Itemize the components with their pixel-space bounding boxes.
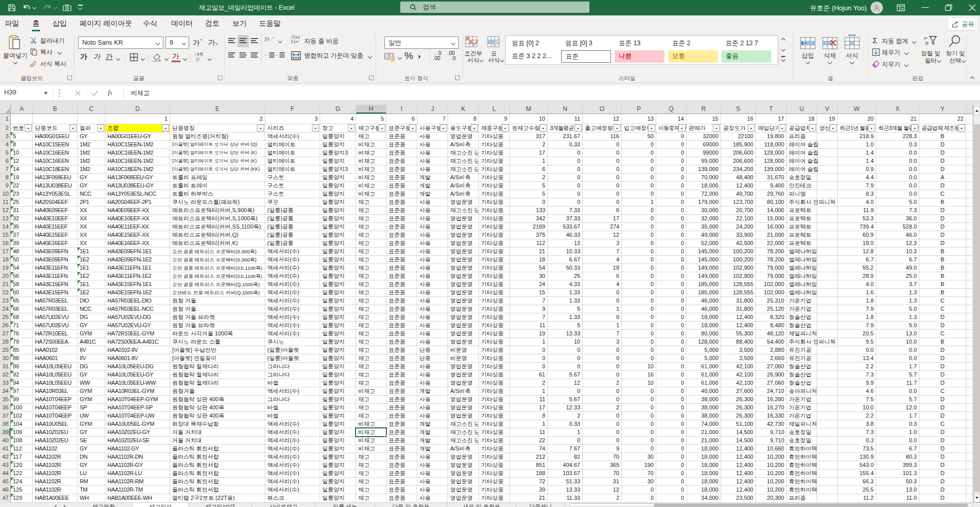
svg-text:ㅎ: ㅎ xyxy=(924,40,930,46)
